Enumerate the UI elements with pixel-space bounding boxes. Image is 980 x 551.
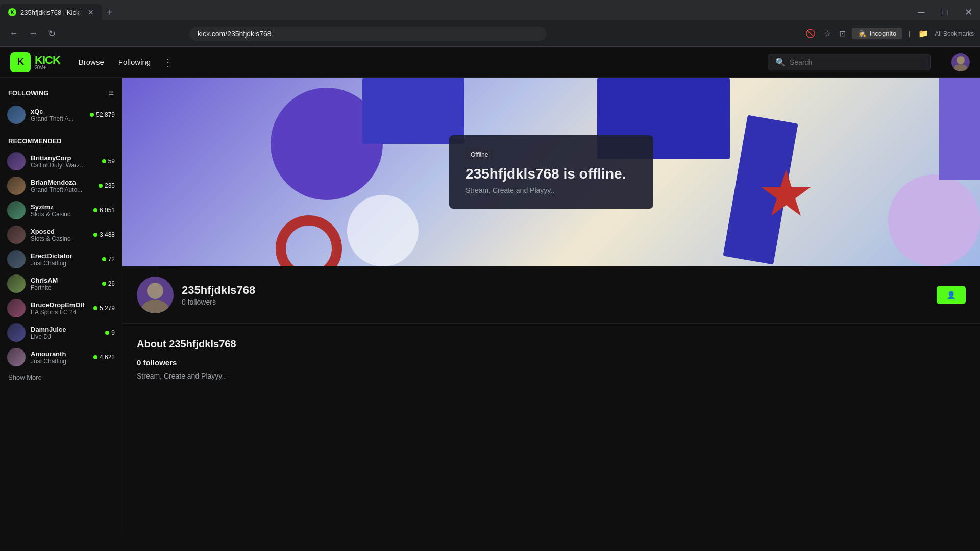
browse-nav-button[interactable]: Browse [72,54,110,70]
follow-icon: 👤 [947,291,955,299]
live-dot-erect [102,257,106,261]
sidebar-name-brittany: BrittanyCorp [31,154,97,162]
active-tab[interactable]: K 235hfjdkls768 | Kick ✕ [0,4,102,20]
back-button[interactable]: ← [6,26,21,41]
sidebar-item-syztmz[interactable]: Syztmz Slots & Casino 6,051 [0,198,122,222]
recommended-section-header: Recommended [0,133,122,149]
browser-chrome: K 235hfjdkls768 | Kick ✕ + ─ □ ✕ ← → ↻ 🚫… [0,0,980,47]
sidebar-game-damn: Live DJ [31,333,100,340]
search-bar[interactable]: 🔍 [768,54,931,70]
sidebar-name-chris: ChrisAM [31,277,97,284]
sidebar-name-damn: DamnJuice [31,325,100,333]
nav-links: Browse Following ⋮ [72,54,177,70]
sidebar-viewers-damn: 9 [105,329,115,336]
banner-shape-circle-white [347,195,419,266]
app-header: K KICK 20M+ Browse Following ⋮ 🔍 [0,47,980,78]
minimize-button[interactable]: ─ [910,2,933,22]
sidebar-info-xposed: Xposed Slots & Casino [31,228,88,242]
sidebar-viewers-amouranth: 4,622 [93,354,115,361]
sidebar-game-chris: Fortnite [31,284,97,291]
banner-shape-circle-red [276,215,342,266]
user-avatar[interactable] [951,53,970,71]
reload-button[interactable]: ↻ [45,26,59,41]
new-tab-button[interactable]: + [106,7,112,18]
about-description: Stream, Create and Playyy.. [137,372,966,380]
sidebar-game-erect: Just Chatting [31,260,97,267]
sidebar-info-brittany: BrittanyCorp Call of Duty: Warz... [31,154,97,169]
sidebar-name-erect: ErectDictator [31,252,97,260]
window-controls: ─ □ ✕ [910,2,980,22]
recommended-label: Recommended [8,137,62,145]
avatar-damn [7,323,26,342]
sidebar-viewers-brian: 235 [99,182,115,189]
sidebar-info-damn: DamnJuice Live DJ [31,325,100,340]
sidebar-name-amouranth: Amouranth [31,350,88,358]
offline-subtitle: Stream, Create and Playyy.. [465,186,637,194]
avatar-xqc [7,106,26,124]
url-input[interactable] [189,27,547,41]
svg-point-0 [957,56,965,64]
avatar-brittany [7,152,26,170]
live-dot-damn [105,331,109,335]
channel-avatar [137,277,174,313]
sidebar-viewers-erect: 72 [102,256,115,263]
show-more-button[interactable]: Show More [0,369,122,385]
camera-off-icon[interactable]: 🚫 [803,27,818,40]
following-nav-button[interactable]: Following [112,54,157,70]
sidebar-item-xqc[interactable]: xQc Grand Theft A... 52,879 [0,103,122,127]
banner-shape-rect-right [939,78,980,180]
sidebar-game-bruce: EA Sports FC 24 [31,309,88,316]
forward-button[interactable]: → [26,26,41,41]
address-bar: ← → ↻ 🚫 ☆ ⊡ 🕵 Incognito | 📁 All Bookmark… [0,20,980,47]
live-dot-chris [102,282,106,286]
offline-title: 235hfjdkls768 is offline. [465,166,637,182]
sidebar-item-brian[interactable]: BrianMendoza Grand Theft Auto... 235 [0,173,122,198]
sidebar-info-bruce: BruceDropEmOff EA Sports FC 24 [31,301,88,316]
sidebar-info-xqc: xQc Grand Theft A... [31,108,85,122]
sidebar-game-xposed: Slots & Casino [31,235,88,242]
following-section-header: Following ≡ [0,84,122,103]
search-input[interactable] [790,58,923,66]
sidebar-item-brittany[interactable]: BrittanyCorp Call of Duty: Warz... 59 [0,149,122,173]
live-dot-amouranth [93,355,97,359]
tab-close-button[interactable]: ✕ [88,8,94,16]
sidebar-item-damn[interactable]: DamnJuice Live DJ 9 [0,320,122,345]
live-dot-bruce [93,306,97,310]
follow-button[interactable]: 👤 [937,286,966,304]
sidebar-game-syztmz: Slots & Casino [31,211,88,218]
browser-actions: 🚫 ☆ ⊡ 🕵 Incognito | 📁 All Bookmarks [803,27,974,40]
folder-icon[interactable]: 📁 [916,27,930,40]
live-dot-brian [99,184,103,188]
tab-bar: K 235hfjdkls768 | Kick ✕ + ─ □ ✕ [0,0,980,20]
sidebar-viewers-chris: 26 [102,280,115,287]
about-section: About 235hfjdkls768 0 followers Stream, … [122,324,980,394]
sidebar-item-bruce[interactable]: BruceDropEmOff EA Sports FC 24 5,279 [0,296,122,320]
live-dot-syztmz [93,208,97,212]
close-button[interactable]: ✕ [957,2,980,22]
sidebar-viewers-bruce: 5,279 [93,305,115,312]
bookmark-button[interactable]: ☆ [822,27,833,40]
sidebar-item-erect[interactable]: ErectDictator Just Chatting 72 [0,247,122,271]
search-icon: 🔍 [775,57,786,67]
sidebar-item-chris[interactable]: ChrisAM Fortnite 26 [0,271,122,296]
live-dot-xposed [93,233,97,237]
incognito-button[interactable]: 🕵 Incognito [852,28,902,39]
sort-icon[interactable]: ≡ [108,88,114,98]
sidebar-item-xposed[interactable]: Xposed Slots & Casino 3,488 [0,222,122,247]
sidebar-info-amouranth: Amouranth Just Chatting [31,350,88,365]
sidebar: Following ≡ xQc Grand Theft A... 52,879 … [0,78,122,535]
svg-point-3 [147,283,163,299]
following-label: Following [8,89,48,97]
device-button[interactable]: ⊡ [837,27,848,40]
logo-text-group: KICK 20M+ [35,54,60,70]
sidebar-info-erect: ErectDictator Just Chatting [31,252,97,267]
banner-shape-circle-lavender [888,174,980,266]
page-content: Offline 235hfjdkls768 is offline. Stream… [122,78,980,535]
sidebar-name-bruce: BruceDropEmOff [31,301,88,309]
avatar-xposed [7,226,26,244]
maximize-button[interactable]: □ [933,2,957,22]
more-nav-button[interactable]: ⋮ [159,54,177,70]
sidebar-item-amouranth[interactable]: Amouranth Just Chatting 4,622 [0,345,122,369]
kick-logo[interactable]: K KICK 20M+ [10,52,60,72]
logo-icon: K [10,52,31,72]
